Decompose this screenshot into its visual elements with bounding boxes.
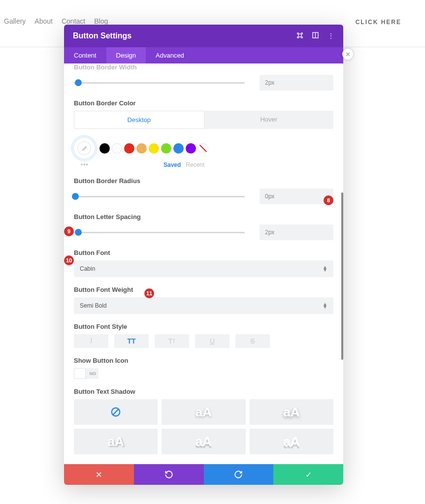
shadow-option-3[interactable]: aA (250, 399, 333, 425)
color-red[interactable] (124, 143, 134, 154)
state-hover[interactable]: Hover (204, 111, 334, 129)
tab-content[interactable]: Content (64, 47, 106, 63)
snap-icon[interactable] (312, 32, 319, 40)
svg-line-4 (113, 409, 119, 415)
nav-blog[interactable]: Blog (94, 17, 108, 25)
letter-spacing-slider[interactable] (74, 227, 245, 237)
color-white[interactable] (112, 143, 122, 154)
font-weight-select[interactable]: Semi Bold ▲▼ (74, 297, 333, 314)
label-text-shadow: Button Text Shadow (74, 388, 333, 395)
callout-11: 11 (144, 288, 154, 298)
label-font-weight: Button Font Weight (74, 286, 333, 293)
more-colors-icon[interactable]: ••• (81, 161, 89, 168)
callout-10: 10 (64, 255, 74, 265)
cancel-button[interactable]: ✕ (64, 464, 134, 485)
italic-button[interactable]: I (74, 334, 108, 348)
recent-colors-link[interactable]: Recent (186, 161, 204, 168)
settings-modal: Button Settings ⋮ Content Design Advance… (64, 25, 343, 485)
callout-8: 8 (324, 195, 333, 205)
saved-colors-link[interactable]: Saved (163, 161, 181, 168)
shadow-option-2[interactable]: aA (162, 399, 245, 425)
tab-advanced[interactable]: Advanced (146, 47, 194, 63)
top-nav: Gallery About Contact Blog (4, 17, 108, 25)
state-desktop[interactable]: Desktop (74, 111, 204, 129)
color-purple[interactable] (186, 143, 196, 154)
label-font-style: Button Font Style (74, 323, 333, 330)
svg-rect-0 (298, 34, 301, 37)
scrollbar[interactable] (341, 192, 343, 360)
color-blue[interactable] (173, 143, 184, 154)
modal-tabs: Content Design Advanced (64, 47, 343, 63)
color-picker-row: ••• Saved Recent (74, 138, 333, 158)
font-weight-value: Semi Bold (80, 302, 107, 309)
letter-spacing-input[interactable] (260, 224, 333, 240)
modal-content: Button Border Width Button Border Color … (64, 63, 343, 464)
color-black[interactable] (99, 143, 110, 154)
modal-title: Button Settings (73, 32, 131, 40)
shadow-option-5[interactable]: aA (162, 429, 245, 454)
border-width-input[interactable] (260, 75, 333, 91)
select-arrows-icon: ▲▼ (323, 303, 327, 309)
nav-gallery[interactable]: Gallery (4, 17, 26, 25)
eyedropper-button[interactable] (74, 138, 95, 158)
smallcaps-button[interactable]: TT (155, 334, 189, 348)
underline-button[interactable]: U (195, 334, 229, 348)
strikethrough-button[interactable]: S (235, 334, 270, 348)
tab-design[interactable]: Design (106, 47, 146, 63)
modal-header: Button Settings ⋮ (64, 25, 343, 47)
font-value: Cabin (80, 265, 95, 272)
label-border-radius: Button Border Radius (74, 177, 333, 185)
color-yellow[interactable] (149, 143, 159, 154)
border-width-slider[interactable] (74, 78, 245, 88)
label-border-color: Button Border Color (74, 99, 333, 107)
more-icon[interactable]: ⋮ (327, 32, 334, 40)
color-green[interactable] (161, 143, 171, 154)
redo-button[interactable] (204, 464, 274, 485)
callout-9: 9 (64, 226, 74, 236)
undo-button[interactable] (134, 464, 204, 485)
border-radius-slider[interactable] (74, 191, 245, 201)
nav-contact[interactable]: Contact (62, 17, 85, 25)
label-show-icon: Show Button Icon (74, 357, 333, 364)
font-select[interactable]: Cabin ▲▼ (74, 260, 333, 277)
label-letter-spacing: Button Letter Spacing (74, 213, 333, 220)
show-icon-toggle[interactable]: NO (74, 368, 98, 379)
border-radius-input[interactable] (260, 189, 333, 204)
save-button[interactable]: ✓ (273, 464, 343, 485)
shadow-option-6[interactable]: aA (250, 429, 333, 454)
color-none[interactable] (198, 143, 208, 154)
uppercase-button[interactable]: TT (114, 334, 149, 348)
shadow-none[interactable] (74, 399, 158, 425)
label-font: Button Font (74, 249, 333, 256)
select-arrows-icon: ▲▼ (323, 266, 327, 272)
toggle-value: NO (90, 371, 97, 376)
close-modal-icon[interactable]: ✕ (342, 49, 353, 60)
shadow-option-4[interactable]: aA (74, 429, 158, 454)
modal-footer: ✕ ✓ (64, 464, 343, 485)
expand-icon[interactable] (296, 32, 303, 40)
color-orange[interactable] (136, 143, 147, 154)
label-border-width: Button Border Width (74, 63, 333, 71)
click-here-button[interactable]: CLICK HERE (356, 19, 401, 26)
nav-about[interactable]: About (34, 17, 53, 25)
